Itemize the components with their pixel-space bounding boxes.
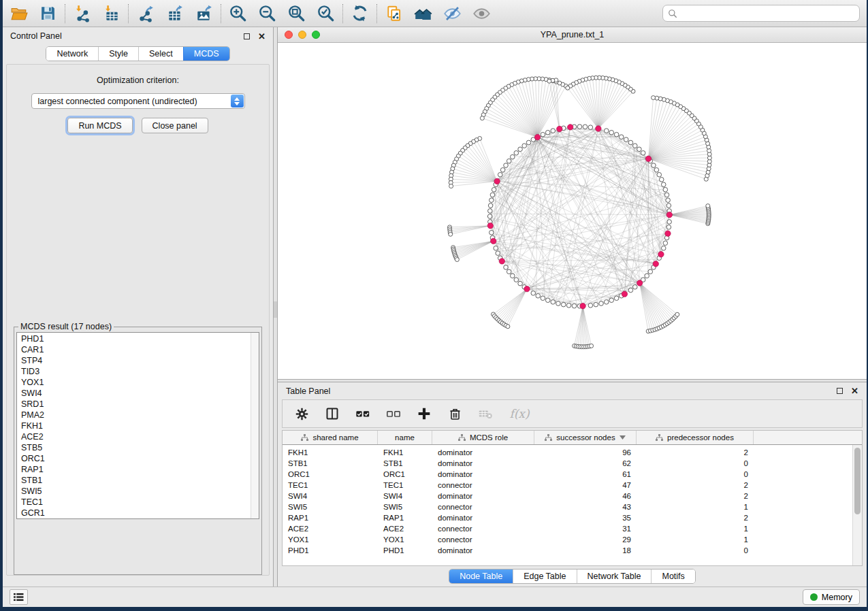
tab-motifs[interactable]: Motifs [651,569,694,583]
tab-network[interactable]: Network [46,47,98,61]
graph-node[interactable] [604,129,609,133]
column-header-predecessor-nodes[interactable]: predecessor nodes [637,431,754,444]
table-row[interactable]: ACE2ACE2connector311 [283,523,862,534]
graph-hub-node[interactable] [494,178,500,184]
mcds-result-list[interactable]: PHD1CAR1STP4TID3YOX1SWI4SRD1PMA2FKH1ACE2… [16,332,259,519]
maximize-window-icon[interactable] [312,31,320,39]
graph-node[interactable] [577,125,582,129]
mcds-result-item[interactable]: SWI4 [17,388,259,399]
network-canvas[interactable] [278,43,867,379]
graph-node[interactable] [526,140,531,145]
graph-node[interactable] [507,269,511,274]
run-mcds-button[interactable]: Run MCDS [67,118,132,133]
graph-node[interactable] [507,159,511,163]
mcds-result-item[interactable]: PHD1 [17,333,259,344]
graph-node[interactable] [488,209,493,214]
graph-node[interactable] [661,182,666,187]
graph-node[interactable] [518,147,523,152]
graph-node[interactable] [566,303,571,308]
network-graph[interactable] [278,43,867,379]
graph-node[interactable] [498,172,502,177]
graph-leaf-node[interactable] [675,312,679,316]
graph-node[interactable] [594,302,598,307]
mcds-result-item[interactable]: STB1 [17,475,259,486]
mcds-result-item[interactable]: ACE2 [17,431,259,442]
split-divider-vertical[interactable] [273,27,278,587]
scrollbar-thumb[interactable] [854,448,861,514]
graph-node[interactable] [632,144,637,148]
optimization-criterion-select[interactable]: largest connected component (undirected) [31,93,245,109]
graph-hub-node[interactable] [637,280,642,286]
apply-layout-icon[interactable] [351,4,369,22]
graph-node[interactable] [637,147,642,152]
graph-node[interactable] [641,151,645,156]
graph-node[interactable] [514,151,519,156]
graph-node[interactable] [588,125,593,130]
graph-leaf-node[interactable] [506,325,510,329]
graph-hub-node[interactable] [534,134,540,139]
clear-checkboxes-icon[interactable] [385,406,402,422]
graph-node[interactable] [572,303,577,308]
graph-hub-node[interactable] [666,212,672,217]
mcds-result-item[interactable]: ORC1 [17,453,259,464]
graph-leaf-node[interactable] [547,79,551,83]
graph-node[interactable] [489,198,494,203]
graph-hub-node[interactable] [499,259,504,264]
graph-node[interactable] [522,144,527,148]
graph-node[interactable] [652,163,656,168]
mcds-result-item[interactable]: CAR1 [17,344,259,355]
graph-leaf-node[interactable] [566,86,570,90]
column-header-successor-nodes[interactable]: successor nodes [534,431,637,444]
graph-node[interactable] [609,298,614,303]
table-row[interactable]: SWI4SWI4dominator462 [283,491,862,501]
graph-node[interactable] [531,291,536,296]
graph-node[interactable] [494,246,498,250]
tab-edge-table[interactable]: Edge Table [513,569,576,583]
graph-node[interactable] [583,125,588,129]
graph-node[interactable] [614,296,619,301]
graph-node[interactable] [490,193,495,197]
graph-hub-node[interactable] [580,303,585,309]
graph-node[interactable] [500,167,505,172]
graph-leaf-node[interactable] [652,96,656,100]
table-row[interactable]: FKH1FKH1dominator962 [283,447,862,458]
mcds-result-item[interactable]: STB5 [17,442,259,453]
mcds-result-item[interactable]: SRD1 [17,399,259,410]
graph-node[interactable] [661,246,666,250]
mcds-result-item[interactable]: SWI5 [17,486,259,497]
graph-node[interactable] [666,203,671,208]
graph-node[interactable] [504,265,509,270]
graph-node[interactable] [545,130,550,135]
graph-node[interactable] [492,187,496,192]
table-row[interactable]: PHD1PHD1dominator180 [283,545,862,556]
close-panel-icon[interactable]: ✕ [258,32,266,41]
tab-style[interactable]: Style [98,47,138,61]
graph-node[interactable] [545,298,550,303]
gear-icon[interactable] [293,406,310,422]
first-neighbors-icon[interactable] [414,4,432,22]
graph-node[interactable] [504,163,509,168]
graph-node[interactable] [511,274,515,278]
graph-hub-node[interactable] [568,125,573,130]
graph-node[interactable] [628,140,633,145]
zoom-selected-icon[interactable] [317,4,335,22]
graph-hub-node[interactable] [653,261,658,267]
zoom-fit-icon[interactable] [287,4,306,22]
graph-node[interactable] [666,225,671,230]
mcds-result-item[interactable]: FKH1 [17,420,259,431]
graph-node[interactable] [588,303,593,308]
close-panel-button[interactable]: Close panel [142,118,208,133]
task-history-button[interactable] [10,589,28,605]
table-row[interactable]: TEC1TEC1connector472 [283,480,862,491]
graph-hub-node[interactable] [596,126,601,131]
graph-leaf-node[interactable] [449,184,453,188]
mcds-result-item[interactable]: GCR1 [17,508,259,518]
mcds-result-item[interactable]: PMA2 [17,410,259,420]
show-all-icon[interactable] [472,4,491,22]
graph-node[interactable] [551,300,556,305]
graph-node[interactable] [514,278,519,282]
graph-hub-node[interactable] [524,286,530,291]
table-row[interactable]: RAP1RAP1dominator352 [283,512,862,523]
graph-node[interactable] [488,203,493,208]
close-panel-icon[interactable]: ✕ [851,386,858,395]
